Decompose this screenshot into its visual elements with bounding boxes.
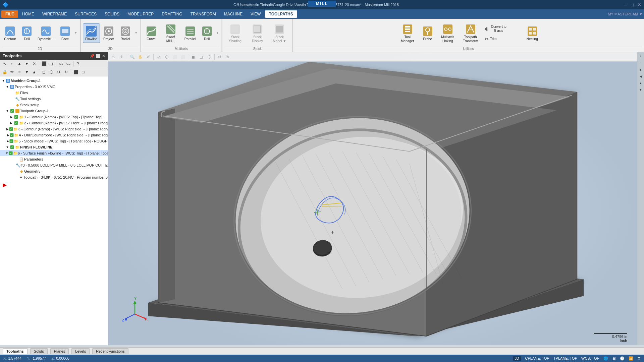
rp-btn-6[interactable]: ▼ [638, 87, 643, 93]
tab-planes[interactable]: Planes [50, 348, 69, 354]
tree-properties[interactable]: ▼ Properties - 3 AXIS VMC [0, 84, 108, 90]
tree-geometry[interactable]: ▶ ◆ Geometry - [0, 168, 108, 174]
tree-check-tp5[interactable]: ✓ [9, 139, 13, 143]
tab-solids[interactable]: Solids [30, 348, 48, 354]
rp-btn-5[interactable]: ▲ [638, 80, 643, 86]
tree-expand-toolpath-group[interactable]: ▼ [5, 109, 9, 113]
vp-iso-btn[interactable]: ⬡ [163, 53, 170, 61]
ribbon-btn-convert-5axis[interactable]: ⊕ Convert to 5-axis [483, 23, 523, 34]
vp-undo-btn[interactable]: ↺ [216, 53, 223, 61]
2d-expand[interactable]: ▼ [74, 32, 78, 35]
system-icon[interactable]: ⚙ [637, 356, 641, 361]
tb-regen[interactable]: ⬛ [41, 60, 47, 67]
vp-cursor-btn[interactable]: ✛ [118, 53, 125, 61]
vp-shade-btn[interactable]: ◼ [190, 53, 197, 61]
tree-expand-tp5[interactable]: ▶ [6, 139, 9, 143]
menu-home[interactable]: HOME [18, 10, 38, 18]
ribbon-btn-multiaxis-linking[interactable]: Multiaxis Linking [437, 22, 459, 45]
menu-transform[interactable]: TRANSFORM [186, 10, 220, 18]
network-icon[interactable]: 📶 [629, 356, 633, 361]
tree-tp-1[interactable]: ▶ ✓ 📁 1 - Contour (Ramp) - [WCS: Top] - … [0, 114, 108, 120]
tb-delete[interactable]: ✕ [31, 60, 38, 67]
tree-tp-5[interactable]: ▶ ✓ 📁 5 - Stock model - [WCS: Top] - [Tp… [0, 138, 108, 144]
tree-check-toolpath-group[interactable]: ✓ [10, 109, 14, 113]
vp-front-btn[interactable]: ⬜ [171, 53, 178, 61]
ribbon-btn-stock-display[interactable]: Stock Display [247, 22, 268, 45]
tb-g2[interactable]: G2 [65, 60, 72, 67]
panel-pin-button[interactable]: 📌 [90, 54, 95, 58]
menu-model-prep[interactable]: MODEL PREP [123, 10, 158, 18]
menu-view[interactable]: VIEW [247, 10, 265, 18]
tree-tool[interactable]: ▶ 🔧 #3 - 0.5000 LOLLIPOP MILL - 0.5 LOLL… [0, 162, 108, 168]
ribbon-btn-parallel[interactable]: Parallel [182, 24, 198, 43]
ribbon-btn-curve[interactable]: Curve [143, 24, 159, 43]
minimize-button[interactable]: ─ [624, 2, 627, 7]
vp-fit-btn[interactable]: ⤢ [155, 53, 162, 61]
ribbon-btn-toolpath-transform[interactable]: Toolpath Transform [460, 22, 481, 45]
ribbon-btn-stock-model[interactable]: Stock Model ▼ [269, 22, 290, 45]
tree-check-finish[interactable]: ✓ [10, 145, 14, 149]
tree-toolpath-nc[interactable]: ▶ ≡ Toolpath - 34.9K - 6751-20.NC - Prog… [0, 174, 108, 180]
menu-drafting[interactable]: DRAFTING [158, 10, 186, 18]
rp-btn-4[interactable]: ◀ [638, 74, 643, 79]
ribbon-btn-project[interactable]: Project [101, 24, 117, 43]
ribbon-btn-tool-manager[interactable]: Tool Manager [397, 22, 418, 45]
tab-recent-functions[interactable]: Recent Functions [92, 348, 128, 354]
vp-redo-btn[interactable]: ↻ [224, 53, 231, 61]
tree-expand-tp2[interactable]: ▶ [9, 121, 13, 125]
tree-tp-2[interactable]: ▶ ✓ 📁 2 - Contour (Ramp) - [WCS: Front] … [0, 120, 108, 126]
clock-icon[interactable]: 🕐 [620, 356, 625, 361]
globe-icon[interactable]: 🌐 [603, 356, 608, 361]
vp-wire-btn[interactable]: ◻ [198, 53, 205, 61]
ribbon-btn-swarf[interactable]: Swarf Milli... [160, 22, 181, 45]
tree-check-tp6[interactable]: ✓ [9, 151, 13, 156]
tb-checkbox[interactable]: ◻ [41, 69, 47, 75]
tree-files[interactable]: ▶ 📁 Files [0, 90, 108, 96]
tree-expand-tp4[interactable]: ▶ [7, 133, 9, 137]
tree-expand-tp1[interactable]: ▶ [9, 115, 13, 119]
ribbon-btn-dynamic-mill[interactable]: Dynamic ... [36, 24, 56, 43]
tb-list[interactable]: ≡ [16, 69, 23, 75]
menu-machine[interactable]: MACHINE [220, 10, 247, 18]
window-controls[interactable]: ─ □ ✕ [624, 2, 641, 7]
tb-verify[interactable]: ◻ [48, 60, 55, 67]
tb-eye[interactable]: 👁 [9, 69, 15, 75]
tb-hexagon[interactable]: ⬡ [48, 69, 55, 75]
tree-tp-4[interactable]: ▶ ✓ 📁 4 - Drill/Counterbore - [WCS: Righ… [0, 132, 108, 138]
tree-check-tp2[interactable]: ✓ [14, 121, 18, 125]
menu-wireframe[interactable]: WIREFRAME [38, 10, 71, 18]
play-button[interactable]: ▶ [3, 182, 7, 188]
tb-collapse[interactable]: ▲ [31, 69, 38, 75]
tree-machine-group[interactable]: ▼ Machine Group-1 [0, 78, 108, 84]
tree-expand-machine[interactable]: ▼ [1, 79, 5, 82]
vp-top-btn[interactable]: ⬜ [179, 53, 186, 61]
tb-g1[interactable]: G1 [58, 60, 64, 67]
menu-surfaces[interactable]: SURFACES [71, 10, 101, 18]
tb-lock[interactable]: 🔒 [1, 69, 8, 75]
restore-button[interactable]: □ [631, 2, 634, 7]
tb-select-all[interactable]: ↖ [1, 60, 8, 67]
vp-edge-btn[interactable]: ⬡ [206, 53, 213, 61]
tb-redo[interactable]: ↻ [63, 69, 69, 75]
vp-zoom-btn[interactable]: 🔍 [128, 53, 136, 61]
menu-file[interactable]: FILE [1, 10, 18, 18]
tb-help[interactable]: ? [75, 60, 82, 67]
panel-float-button[interactable]: ⬜ [96, 54, 101, 58]
tree-finish-flowline-group[interactable]: ▼ ✓ 📁 FINISH FLOWLINE [0, 144, 108, 150]
tree-tp-3[interactable]: ▶ ✓ 📁 3 - Contour (Ramp) - [WCS: Right s… [0, 126, 108, 132]
ribbon-btn-drill[interactable]: Drill [19, 24, 35, 43]
ribbon-btn-trim[interactable]: ✂ Trim [483, 35, 523, 43]
menu-toolpaths[interactable]: TOOLPATHS [265, 10, 297, 18]
3d-expand[interactable]: ▼ [134, 32, 138, 35]
tb-back[interactable]: ⤶ [9, 60, 15, 67]
tab-toolpaths[interactable]: Toolpaths [3, 348, 28, 354]
tb-expand[interactable]: ▼ [23, 69, 30, 75]
panel-close-button[interactable]: ✕ [102, 54, 105, 58]
vp-rotate-btn[interactable]: ↺ [145, 53, 152, 61]
ribbon-btn-contour[interactable]: Contour [2, 24, 18, 43]
ribbon-btn-nesting[interactable]: Nesting [524, 24, 540, 43]
rp-btn-1[interactable]: + [638, 54, 643, 59]
ribbon-btn-radial[interactable]: Radial [117, 24, 133, 43]
multiaxis-expand[interactable]: ▼ [216, 32, 220, 35]
vp-select-btn[interactable]: ↖ [110, 53, 117, 61]
